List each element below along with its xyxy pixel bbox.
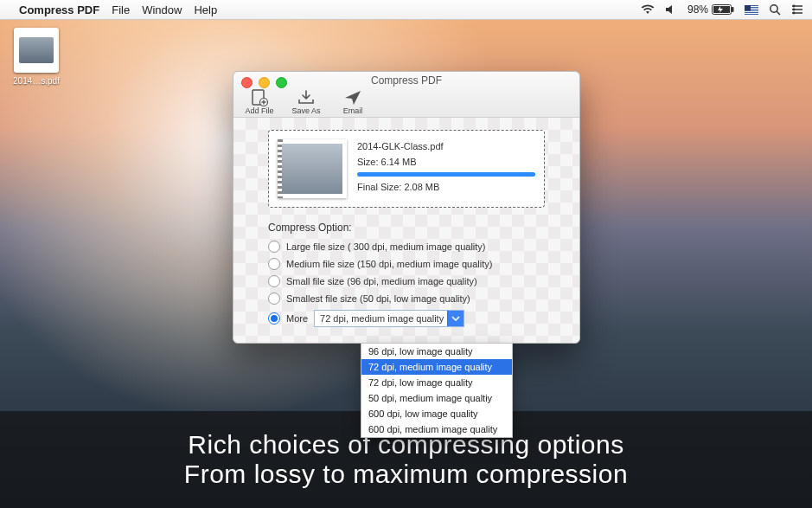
file-size: Size: 6.14 MB bbox=[357, 157, 535, 167]
file-name: 2014-GLK-Class.pdf bbox=[357, 141, 535, 151]
add-file-label: Add File bbox=[245, 106, 273, 115]
menu-help[interactable]: Help bbox=[194, 3, 217, 16]
svg-point-10 bbox=[770, 5, 777, 12]
file-card: 2014-GLK-Class.pdf Size: 6.14 MB Final S… bbox=[268, 130, 545, 208]
spotlight-icon[interactable] bbox=[769, 3, 781, 16]
dpi-combobox-value: 72 dpi, medium image quality bbox=[315, 313, 447, 324]
notification-center-icon[interactable] bbox=[791, 4, 803, 15]
desktop-file[interactable]: 2014…s.pdf bbox=[10, 28, 62, 86]
save-as-label: Save As bbox=[291, 106, 320, 115]
chevron-down-icon bbox=[447, 311, 464, 326]
dropdown-item[interactable]: 72 dpi, medium image quality bbox=[361, 359, 512, 375]
desktop-file-thumb bbox=[14, 28, 59, 73]
input-source-icon[interactable] bbox=[745, 5, 758, 15]
add-file-icon bbox=[248, 89, 271, 106]
volume-icon[interactable] bbox=[665, 4, 677, 15]
menu-window[interactable]: Window bbox=[142, 3, 182, 16]
dropdown-item[interactable]: 72 dpi, low image quality bbox=[361, 375, 512, 390]
menubar: Compress PDF File Window Help 98% bbox=[0, 0, 812, 20]
svg-point-15 bbox=[793, 5, 796, 8]
option-large-label: Large file size ( 300 dpi, medium image … bbox=[286, 241, 486, 252]
menubar-app-name[interactable]: Compress PDF bbox=[19, 3, 99, 16]
radio-icon bbox=[268, 312, 280, 325]
radio-icon bbox=[268, 275, 280, 287]
option-more[interactable]: More 72 dpi, medium image quality bbox=[268, 310, 564, 327]
window-title: Compress PDF bbox=[233, 74, 579, 87]
battery-text: 98% bbox=[687, 3, 708, 16]
dropdown-item[interactable]: 600 dpi, low image quality bbox=[361, 406, 512, 421]
svg-point-16 bbox=[793, 9, 796, 11]
radio-icon bbox=[268, 258, 280, 270]
dropdown-item[interactable]: 96 dpi, low image quality bbox=[361, 344, 512, 359]
option-small[interactable]: Small file size (96 dpi, medium image qu… bbox=[268, 275, 564, 287]
save-as-button[interactable]: Save As bbox=[287, 89, 325, 115]
add-file-button[interactable]: Add File bbox=[240, 89, 278, 115]
radio-icon bbox=[268, 293, 280, 305]
compress-option-label: Compress Option: bbox=[268, 222, 564, 234]
dpi-dropdown[interactable]: 96 dpi, low image quality 72 dpi, medium… bbox=[361, 343, 513, 438]
option-large[interactable]: Large file size ( 300 dpi, medium image … bbox=[268, 241, 564, 253]
option-more-label: More bbox=[286, 313, 308, 324]
svg-rect-8 bbox=[745, 13, 758, 14]
titlebar[interactable]: Compress PDF Add File Save As Email bbox=[233, 72, 579, 118]
email-label: Email bbox=[343, 106, 363, 115]
option-smallest-label: Smallest file size (50 dpi, low image qu… bbox=[286, 293, 470, 304]
progress-bar bbox=[357, 172, 535, 177]
caption-line-2: From lossy to maximum compression bbox=[184, 460, 628, 489]
svg-line-11 bbox=[777, 11, 780, 15]
email-button[interactable]: Email bbox=[334, 89, 372, 115]
file-thumbnail bbox=[278, 139, 347, 198]
menu-file[interactable]: File bbox=[112, 3, 130, 16]
desktop-file-label: 2014…s.pdf bbox=[10, 76, 62, 86]
svg-rect-9 bbox=[745, 5, 751, 10]
svg-point-17 bbox=[793, 12, 796, 15]
option-medium-label: Medium file size (150 dpi, medium image … bbox=[286, 259, 492, 269]
wifi-icon[interactable] bbox=[641, 4, 655, 15]
dpi-combobox[interactable]: 72 dpi, medium image quality bbox=[314, 310, 464, 327]
option-smallest[interactable]: Smallest file size (50 dpi, low image qu… bbox=[268, 293, 564, 305]
app-window: Compress PDF Add File Save As Email bbox=[233, 71, 580, 344]
file-final-size: Final Size: 2.08 MB bbox=[357, 182, 535, 192]
svg-rect-7 bbox=[745, 11, 758, 12]
option-medium[interactable]: Medium file size (150 dpi, medium image … bbox=[268, 258, 564, 270]
email-icon bbox=[342, 89, 364, 106]
dropdown-item[interactable]: 50 dpi, medium image qualtiy bbox=[361, 390, 512, 406]
dropdown-item[interactable]: 600 dpi, medium image quality bbox=[361, 421, 512, 437]
battery-status[interactable]: 98% bbox=[687, 3, 734, 16]
svg-rect-1 bbox=[732, 7, 734, 12]
radio-icon bbox=[268, 241, 280, 253]
option-small-label: Small file size (96 dpi, medium image qu… bbox=[286, 276, 477, 286]
save-as-icon bbox=[295, 89, 317, 106]
